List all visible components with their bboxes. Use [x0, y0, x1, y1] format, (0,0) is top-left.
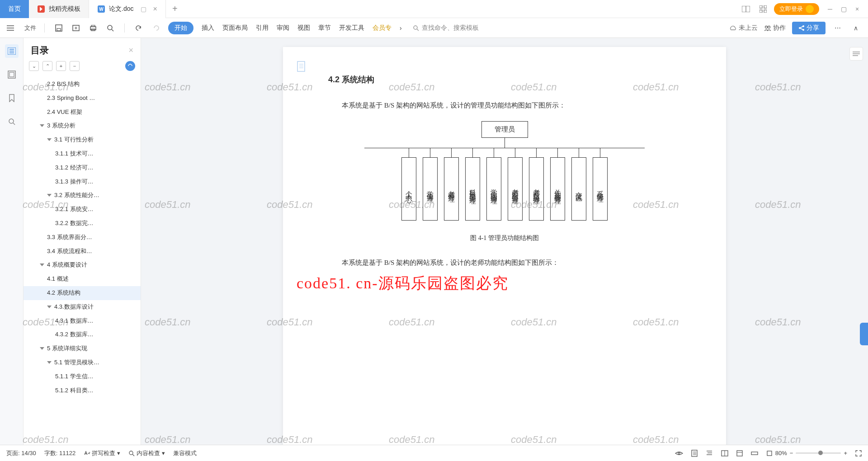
rail-search-icon[interactable] — [5, 115, 19, 128]
close-icon[interactable]: × — [153, 5, 157, 13]
layout-icon[interactable] — [740, 3, 752, 15]
zoom-slider[interactable] — [796, 452, 841, 454]
tab-template[interactable]: 找稻壳模板 — [29, 0, 89, 18]
menu-reference[interactable]: 引用 — [256, 24, 269, 32]
menu-layout[interactable]: 页面布局 — [222, 24, 248, 32]
menu-view[interactable]: 视图 — [297, 24, 310, 32]
menu-icon[interactable] — [5, 22, 16, 34]
zoom-value[interactable]: 80% — [775, 450, 787, 456]
outline-settings-icon[interactable] — [125, 61, 135, 71]
outline-item[interactable]: 3.1.1 技术可… — [24, 147, 141, 161]
svg-rect-6 — [764, 5, 767, 8]
outline-item[interactable]: 3.3 系统界面分… — [24, 230, 141, 245]
outline-item[interactable]: 3.1 可行性分析 — [24, 133, 141, 147]
collab-icon — [764, 24, 771, 32]
undo-icon[interactable] — [133, 22, 145, 34]
outline-view-icon[interactable] — [706, 450, 713, 456]
collapse-all-icon[interactable]: ⌃ — [42, 61, 52, 71]
outline-item[interactable]: 4.2 系统结构 — [24, 286, 141, 300]
page: 4.2 系统结构 本系统是基于 B/S 架构的网站系统，设计的管理员功能结构图如… — [283, 47, 726, 445]
thumbnail-icon[interactable] — [5, 68, 19, 81]
svg-rect-57 — [767, 451, 772, 456]
menu-start[interactable]: 开始 — [168, 22, 193, 34]
outline-item[interactable]: 5.1 管理员模块… — [24, 356, 141, 370]
ruler-icon[interactable] — [751, 450, 758, 456]
outline-item[interactable]: 2.2 B/S 结构 — [24, 77, 141, 91]
outline-item[interactable]: 3.2 系统性能分… — [24, 188, 141, 202]
org-child: 关注列表管理 — [550, 157, 565, 221]
login-button[interactable]: 立即登录 — [774, 3, 819, 15]
expand-all-icon[interactable]: ⌄ — [29, 61, 39, 71]
menu-section[interactable]: 章节 — [318, 24, 331, 32]
outline-item[interactable]: 2.4 VUE 框架 — [24, 105, 141, 119]
toolbar-search[interactable]: 查找命令、搜索模板 — [413, 24, 479, 32]
svg-rect-56 — [751, 452, 758, 455]
side-tab[interactable] — [860, 323, 868, 345]
outline-item[interactable]: 4 系统概要设计 — [24, 258, 141, 272]
outline-item[interactable]: 3 系统分析 — [24, 119, 141, 133]
minimize-icon[interactable]: ─ — [824, 3, 836, 15]
compat-mode[interactable]: 兼容模式 — [173, 449, 197, 457]
share-button[interactable]: 分享 — [792, 22, 826, 34]
zoom-out-icon[interactable]: − — [790, 450, 793, 456]
outline-item[interactable]: 3.2.1 系统安… — [24, 202, 141, 216]
level-up-icon[interactable]: + — [56, 61, 66, 71]
zoom-knob[interactable] — [818, 451, 823, 455]
save-icon[interactable] — [53, 22, 65, 34]
login-label: 立即登录 — [779, 5, 803, 13]
print-icon[interactable] — [87, 22, 99, 34]
maximize-icon[interactable]: ▢ — [837, 3, 850, 15]
outline-close-icon[interactable]: × — [128, 46, 133, 55]
menu-insert[interactable]: 插入 — [202, 24, 214, 32]
outline-item[interactable]: 5 系统详细实现 — [24, 342, 141, 356]
close-window-icon[interactable]: × — [851, 3, 863, 15]
cloud-status[interactable]: 未上云 — [729, 24, 758, 32]
outline-item[interactable]: 3.2.2 数据完… — [24, 216, 141, 230]
outline-item[interactable]: 5.1.1 学生信… — [24, 370, 141, 384]
status-page[interactable]: 页面: 14/30 — [6, 449, 36, 457]
redo-icon[interactable] — [150, 22, 162, 34]
svg-point-33 — [9, 119, 14, 123]
collab-button[interactable]: 协作 — [764, 24, 786, 32]
level-down-icon[interactable]: − — [70, 61, 80, 71]
main-area: 目录 × ⌄ ⌃ + − 2.2 B/S 结构2.3 Spring Boot …… — [0, 38, 868, 445]
menu-more-icon[interactable]: › — [400, 24, 402, 32]
outline-item[interactable]: 5.1.2 科目类… — [24, 384, 141, 398]
ai-panel-icon[interactable] — [849, 47, 863, 61]
outline-item[interactable]: 4.1 概述 — [24, 272, 141, 286]
outline-item[interactable]: 3.1.2 经济可… — [24, 161, 141, 175]
svg-rect-5 — [760, 5, 762, 8]
apps-icon[interactable] — [757, 3, 769, 15]
preview-icon[interactable] — [104, 22, 116, 34]
menu-dev[interactable]: 开发工具 — [339, 24, 364, 32]
page-view-icon[interactable] — [691, 450, 698, 457]
web-view-icon[interactable] — [721, 450, 728, 456]
draft-view-icon[interactable] — [736, 450, 743, 456]
toolbar-more-icon[interactable]: ⋯ — [832, 22, 844, 34]
outline-item[interactable]: 2.3 Spring Boot … — [24, 91, 141, 105]
content-check[interactable]: 内容检查 ▾ — [128, 449, 165, 457]
tab-home[interactable]: 首页 — [0, 0, 29, 18]
fullscreen-icon[interactable] — [855, 450, 862, 456]
menu-member[interactable]: 会员专 — [373, 24, 392, 32]
bookmark-icon[interactable] — [5, 91, 19, 105]
outline-item[interactable]: 3.1.3 操作可… — [24, 175, 141, 189]
zoom-fit-icon[interactable] — [766, 450, 773, 456]
outline-item[interactable]: 4.3.1 数据库… — [24, 314, 141, 328]
svg-rect-13 — [57, 28, 61, 31]
outline-item[interactable]: 3.4 系统流程和… — [24, 245, 141, 259]
toolbar-expand-icon[interactable]: ∧ — [850, 22, 862, 34]
read-mode-icon[interactable] — [675, 451, 683, 456]
menu-review[interactable]: 审阅 — [277, 24, 289, 32]
export-icon[interactable] — [70, 22, 82, 34]
status-words[interactable]: 字数: 11122 — [44, 449, 75, 457]
outline-item[interactable]: 4.3.数据库设计 — [24, 300, 141, 314]
tab-doc[interactable]: W 论文.doc ▢ × — [89, 0, 166, 18]
file-menu[interactable]: 文件 — [24, 24, 36, 32]
zoom-in-icon[interactable]: + — [844, 450, 847, 456]
new-tab-button[interactable]: + — [166, 4, 184, 14]
float-icon[interactable]: ▢ — [141, 5, 146, 13]
outline-icon[interactable] — [5, 44, 19, 58]
outline-item[interactable]: 4.3.2 数据库… — [24, 328, 141, 342]
spell-check[interactable]: 拼写检查 ▾ — [84, 449, 120, 457]
